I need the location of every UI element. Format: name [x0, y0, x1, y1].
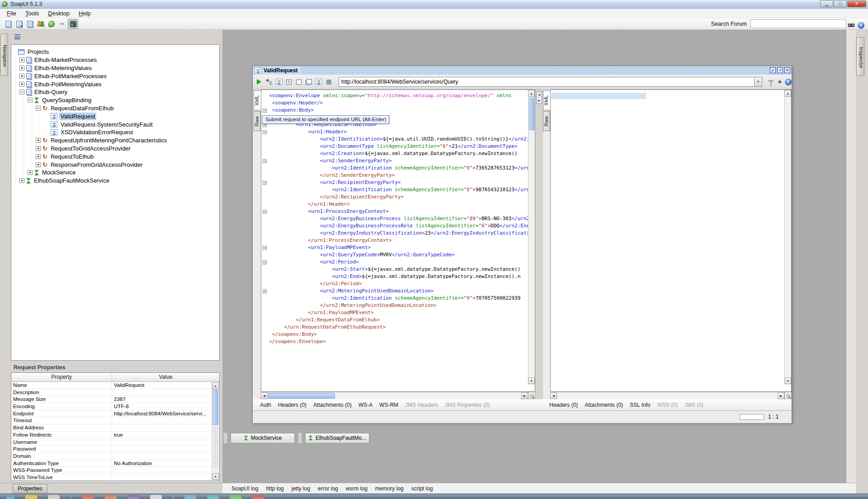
tree-expander[interactable]: +: [36, 146, 41, 151]
tree-item[interactable]: +ElhubSoapFaultMockService: [11, 177, 219, 185]
tree-item[interactable]: soapValidRequest-System/SecurityFault: [11, 120, 219, 128]
split-collapse-control[interactable]: ◂▸: [536, 91, 542, 104]
add-endpoint-button[interactable]: +: [775, 77, 784, 86]
app-icon[interactable]: [184, 495, 196, 499]
tree-expander[interactable]: +: [36, 162, 41, 167]
property-value[interactable]: No Authorization: [112, 460, 219, 467]
property-row[interactable]: Username: [11, 439, 219, 446]
property-value[interactable]: 2387: [112, 396, 219, 403]
start-orb[interactable]: [6, 494, 14, 499]
property-value[interactable]: UTF-8: [112, 403, 219, 410]
property-row[interactable]: EncodingUTF-8: [11, 403, 219, 410]
recreate-request-button[interactable]: [284, 77, 293, 86]
log-tab-http[interactable]: http log: [266, 485, 283, 492]
request-window-titlebar[interactable]: soap ValidRequest ↙ ↗ ✕: [253, 66, 792, 75]
scroll-down-icon[interactable]: ▼: [528, 377, 535, 384]
scrollbar-thumb[interactable]: [529, 98, 534, 130]
scroll-down-icon[interactable]: ▼: [784, 377, 791, 384]
add-to-testcase-button[interactable]: [264, 77, 274, 86]
tree-expander[interactable]: −: [28, 98, 33, 103]
scroll-left-icon[interactable]: ◀: [550, 392, 557, 399]
request-xml-editor[interactable]: <soapenv:Envelope xmlns:soapenv="http://…: [261, 89, 535, 392]
property-value[interactable]: [112, 453, 219, 460]
app-icon[interactable]: [252, 495, 264, 499]
tree-item[interactable]: soapValidRequest: [11, 112, 219, 120]
tree-item[interactable]: +↻RequestToGridAccessProvider: [11, 145, 219, 153]
request-zoom-button[interactable]: [528, 392, 535, 399]
menu-item-desktop[interactable]: Desktop: [44, 9, 74, 18]
log-tab-soapui[interactable]: SoapUI log: [231, 485, 258, 492]
fold-collapse-icon[interactable]: [263, 159, 267, 163]
property-row[interactable]: Bind Address: [11, 424, 219, 432]
response-horizontal-scrollbar[interactable]: ◀ ▶: [550, 392, 784, 399]
new-soapui-project-button[interactable]: [3, 19, 13, 29]
save-all-projects-button[interactable]: [24, 19, 35, 29]
scroll-up-icon[interactable]: ▲: [212, 382, 219, 389]
search-button[interactable]: [846, 20, 856, 30]
scroll-up-icon[interactable]: ▲: [784, 90, 791, 97]
tree-item[interactable]: +↻RequestUpfrontMeteringPointCharacteris…: [11, 137, 219, 145]
property-value[interactable]: [112, 474, 219, 481]
property-row[interactable]: Password: [11, 446, 219, 453]
tree-expander[interactable]: +: [19, 82, 24, 87]
tree-item[interactable]: +MockService: [11, 169, 219, 177]
request-xml-tab[interactable]: XML: [254, 90, 261, 110]
scrollbar-thumb[interactable]: [212, 390, 218, 425]
response-xml-tab[interactable]: XML: [543, 90, 550, 110]
windows-taskbar[interactable]: [0, 494, 868, 499]
properties-scrollbar[interactable]: ▲ ▼: [212, 382, 219, 480]
scroll-down-icon[interactable]: ▼: [212, 473, 219, 480]
tree-expander[interactable]: −: [36, 106, 41, 111]
fold-collapse-icon[interactable]: [263, 289, 267, 293]
tree-item[interactable]: −Elhub-Query: [11, 88, 219, 96]
tree-expander[interactable]: −: [19, 89, 24, 94]
cancel-request-button[interactable]: [324, 77, 333, 86]
property-value[interactable]: [112, 417, 219, 424]
app-icon[interactable]: [82, 495, 94, 499]
request-tab-ws-rm[interactable]: WS-RM: [379, 402, 398, 408]
log-tab-jetty[interactable]: jetty log: [292, 485, 310, 492]
property-row[interactable]: Follow Redirectstrue: [11, 432, 219, 439]
scroll-up-icon[interactable]: ▲: [528, 90, 535, 97]
property-value[interactable]: http://localhost:8084/WebService/servi..…: [112, 410, 219, 417]
app-icon[interactable]: [25, 495, 37, 499]
menu-item-file[interactable]: File: [3, 9, 20, 18]
unfloat-window-icon[interactable]: ↙: [770, 67, 776, 73]
clone-request-button[interactable]: [304, 77, 313, 86]
tree-expander[interactable]: +: [19, 178, 24, 183]
property-row[interactable]: NameValidRequest: [11, 382, 219, 389]
menu-item-tools[interactable]: Tools: [21, 9, 43, 18]
scrollbar-thumb[interactable]: [268, 393, 335, 399]
tree-item[interactable]: +Elhub-MarketProcesses: [11, 56, 219, 64]
tree-item[interactable]: +Elhub-PollMarketProcesses: [11, 72, 219, 80]
split-divider[interactable]: ◂▸: [535, 89, 543, 399]
endpoint-url-input[interactable]: http://localhost:8084/WebService/service…: [339, 77, 755, 87]
property-value[interactable]: [112, 446, 219, 452]
tree-expander[interactable]: +: [36, 154, 41, 159]
property-row[interactable]: Message Size2387: [11, 396, 219, 403]
tree-expander[interactable]: +: [19, 74, 24, 79]
window-drag-handle[interactable]: [298, 433, 302, 443]
log-tab-wsrm[interactable]: wsrm log: [346, 485, 368, 492]
minimize-button[interactable]: ▁: [820, 0, 833, 7]
response-zoom-button[interactable]: [784, 392, 792, 399]
scroll-left-icon[interactable]: ◀: [261, 392, 268, 399]
request-vertical-scrollbar[interactable]: ▲ ▼: [528, 90, 535, 384]
tree-expander[interactable]: +: [19, 57, 24, 62]
property-row[interactable]: WSS TimeToLive: [11, 474, 219, 481]
tree-expander[interactable]: +: [28, 170, 33, 175]
inspector-drawer-tab[interactable]: Inspector: [856, 37, 864, 76]
property-value[interactable]: [112, 389, 219, 396]
response-xml-editor[interactable]: ▲ ▼: [550, 89, 792, 392]
scroll-right-icon[interactable]: ▶: [521, 392, 528, 399]
property-row[interactable]: Authentication TypeNo Authorization: [11, 460, 219, 467]
tree-item[interactable]: +Elhub-MeteringValues: [11, 64, 219, 72]
submit-request-button[interactable]: [255, 77, 264, 86]
scrollbar-track[interactable]: [213, 427, 218, 467]
help-button[interactable]: ?: [856, 20, 866, 30]
tree-item[interactable]: −↻RequestDataFromElhub: [11, 104, 219, 113]
applets-button[interactable]: ✂: [57, 19, 67, 29]
window-drag-handle[interactable]: [223, 433, 227, 443]
preferences-button[interactable]: [46, 19, 57, 29]
proxy-toggle-button[interactable]: [68, 19, 78, 29]
